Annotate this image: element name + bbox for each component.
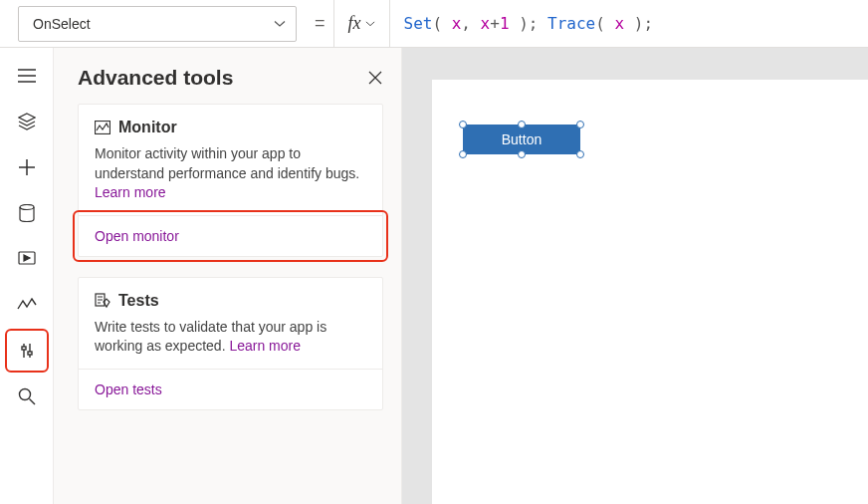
handle-nw[interactable] <box>459 121 467 128</box>
monitor-learn-link[interactable]: Learn more <box>95 184 166 200</box>
svg-rect-5 <box>96 122 110 134</box>
formula-bar: OnSelect = fx Set( x, x+1 ); Trace( x ); <box>0 0 868 48</box>
tests-icon <box>95 293 110 309</box>
tests-card: Tests Write tests to validate that your … <box>78 277 383 410</box>
main-area: Advanced tools Monitor Monitor activity … <box>0 48 868 504</box>
handle-se[interactable] <box>576 150 584 158</box>
handle-ne[interactable] <box>576 121 584 128</box>
plus-icon[interactable] <box>17 157 37 177</box>
svg-rect-2 <box>22 347 26 350</box>
panel-title: Advanced tools <box>78 66 233 90</box>
formula-input[interactable]: Set( x, x+1 ); Trace( x ); <box>390 0 868 47</box>
fx-button[interactable]: fx <box>333 0 390 47</box>
svg-rect-3 <box>28 352 32 355</box>
flow-icon[interactable] <box>17 295 37 315</box>
monitor-card: Monitor Monitor activity within your app… <box>78 104 383 257</box>
fx-label: fx <box>348 13 361 34</box>
tests-desc: Write tests to validate that your app is… <box>95 318 366 357</box>
tests-title: Tests <box>118 292 159 310</box>
button-label: Button <box>502 131 542 147</box>
canvas-outer: Button <box>402 48 868 504</box>
handle-sw[interactable] <box>459 150 467 158</box>
handle-n[interactable] <box>518 121 526 128</box>
search-icon[interactable] <box>17 386 37 406</box>
open-tests-link[interactable]: Open tests <box>79 369 382 409</box>
handle-s[interactable] <box>518 150 526 158</box>
monitor-desc: Monitor activity within your app to unde… <box>95 144 366 203</box>
monitor-title: Monitor <box>118 119 177 136</box>
equals-label: = <box>307 0 333 47</box>
menu-icon[interactable] <box>17 66 37 86</box>
canvas[interactable]: Button <box>432 80 868 504</box>
svg-point-4 <box>19 389 30 400</box>
tests-learn-link[interactable]: Learn more <box>229 338 301 354</box>
layers-icon[interactable] <box>17 112 37 131</box>
svg-point-0 <box>20 205 34 210</box>
advanced-tools-panel: Advanced tools Monitor Monitor activity … <box>54 48 402 504</box>
property-selector-value: OnSelect <box>33 16 91 32</box>
media-icon[interactable] <box>17 249 37 269</box>
chevron-down-icon <box>274 18 286 30</box>
button-object[interactable]: Button <box>464 126 579 153</box>
close-icon[interactable] <box>367 70 383 86</box>
property-selector[interactable]: OnSelect <box>18 6 297 42</box>
database-icon[interactable] <box>17 203 37 223</box>
chevron-down-icon <box>365 19 375 29</box>
monitor-icon <box>95 121 110 134</box>
tools-icon[interactable] <box>17 341 37 361</box>
open-monitor-link[interactable]: Open monitor <box>79 215 382 256</box>
left-rail <box>0 48 54 504</box>
